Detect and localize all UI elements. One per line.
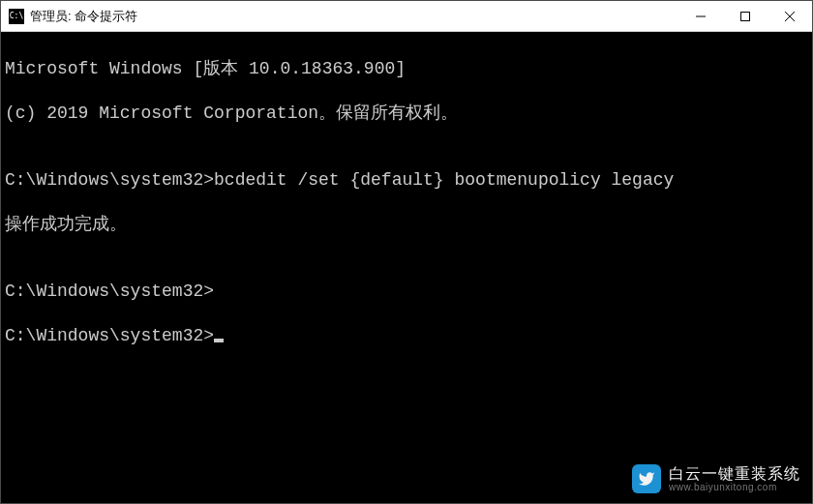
close-button[interactable] bbox=[768, 1, 812, 31]
watermark-sub: www.baiyunxitong.com bbox=[669, 482, 800, 492]
cursor bbox=[214, 339, 224, 342]
terminal-prompt: C:\Windows\system32> bbox=[5, 326, 214, 345]
window-controls bbox=[678, 1, 812, 31]
close-icon bbox=[785, 12, 795, 21]
svg-rect-1 bbox=[741, 12, 750, 20]
watermark-text: 白云一键重装系统 www.baiyunxitong.com bbox=[669, 465, 800, 493]
terminal-output[interactable]: Microsoft Windows [版本 10.0.18363.900] (c… bbox=[1, 32, 812, 503]
titlebar[interactable]: C:\ 管理员: 命令提示符 bbox=[1, 1, 812, 32]
terminal-prompt-line: C:\Windows\system32> bbox=[5, 325, 808, 347]
watermark-logo-icon bbox=[632, 464, 661, 493]
minimize-button[interactable] bbox=[678, 1, 723, 31]
watermark: 白云一键重装系统 www.baiyunxitong.com bbox=[632, 464, 800, 493]
terminal-line: (c) 2019 Microsoft Corporation。保留所有权利。 bbox=[5, 103, 808, 125]
terminal-line: Microsoft Windows [版本 10.0.18363.900] bbox=[5, 58, 808, 80]
window-title: 管理员: 命令提示符 bbox=[30, 8, 678, 25]
cmd-window: C:\ 管理员: 命令提示符 Microsoft Windows [版本 10.… bbox=[0, 0, 813, 504]
minimize-icon bbox=[696, 12, 706, 21]
watermark-main: 白云一键重装系统 bbox=[669, 465, 800, 483]
cmd-icon: C:\ bbox=[9, 9, 24, 24]
maximize-button[interactable] bbox=[723, 1, 768, 31]
terminal-line: C:\Windows\system32>bcdedit /set {defaul… bbox=[5, 169, 808, 192]
terminal-line: 操作成功完成。 bbox=[5, 214, 808, 236]
maximize-icon bbox=[740, 12, 750, 21]
cmd-icon-glyph: C:\ bbox=[10, 13, 23, 20]
terminal-line: C:\Windows\system32> bbox=[5, 281, 808, 303]
